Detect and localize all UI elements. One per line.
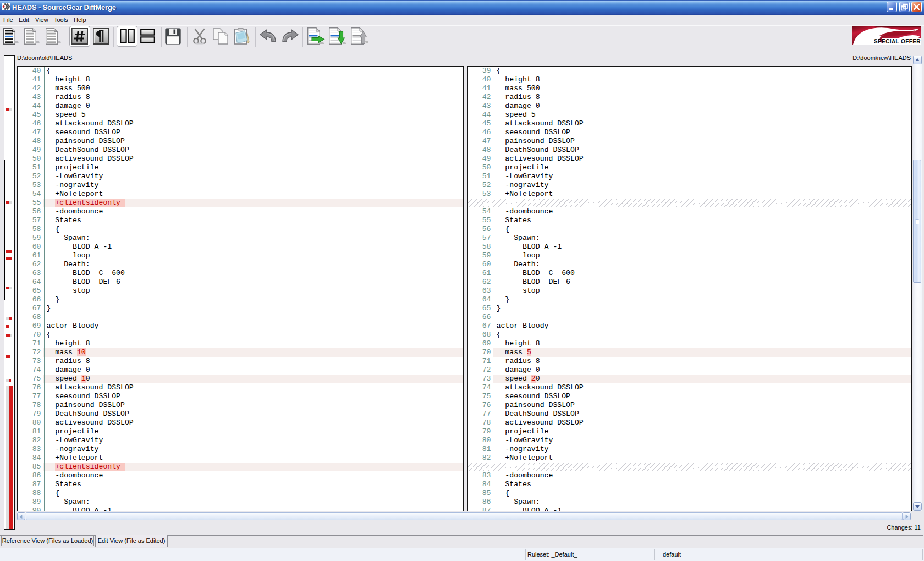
svg-text:SPECIAL OFFER: SPECIAL OFFER <box>874 38 921 45</box>
